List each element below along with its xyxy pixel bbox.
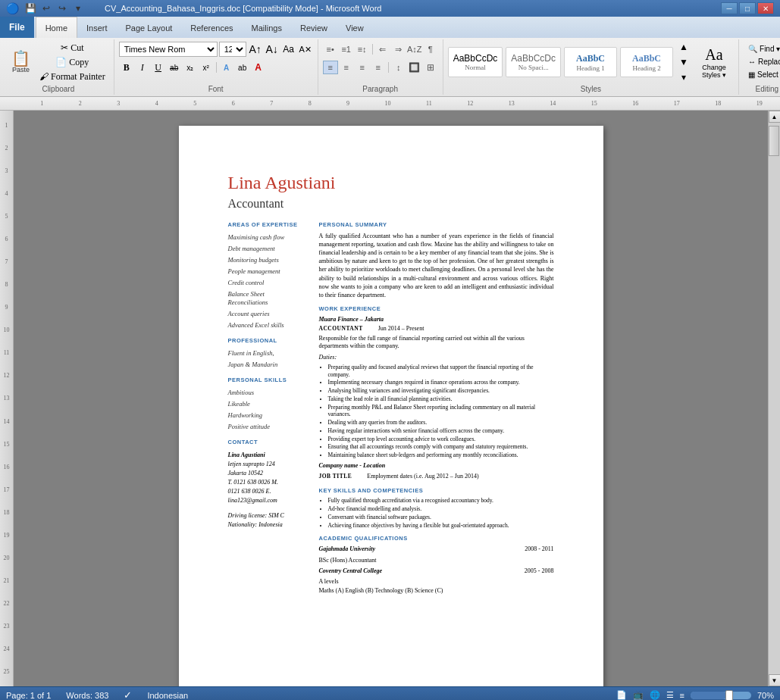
change-case-btn[interactable]: Aa	[281, 42, 296, 56]
page-layout-tab[interactable]: Page Layout	[117, 18, 182, 38]
font-color-btn[interactable]: A	[251, 61, 266, 74]
font-face-select[interactable]: Times New Rom	[119, 42, 218, 57]
close-btn[interactable]: ✕	[757, 2, 774, 14]
align-center-btn[interactable]: ≡	[339, 61, 354, 74]
view-full-btn[interactable]: 📺	[633, 690, 644, 700]
review-tab[interactable]: Review	[291, 18, 337, 38]
main-area: 1234567891011121314151617181920212223242…	[0, 111, 780, 686]
minimize-btn[interactable]: ─	[721, 2, 738, 14]
view-outline-btn[interactable]: ☰	[666, 690, 674, 700]
doc-left-column: AREAS OF EXPERTISE Maximising cash flow …	[228, 221, 304, 595]
change-styles-btn[interactable]: Aa ChangeStyles ▾	[694, 44, 734, 81]
academic-header: ACADEMIC QUALIFICATIONS	[319, 535, 554, 542]
style-heading1[interactable]: AaBbC Heading 1	[564, 47, 617, 77]
justify-btn[interactable]: ≡	[371, 61, 386, 74]
text-effects-btn[interactable]: A	[219, 61, 234, 74]
style-heading2[interactable]: AaBbC Heading 2	[620, 47, 673, 77]
copy-btn[interactable]: 📄 Copy	[36, 55, 109, 69]
customize-qa-btn[interactable]: ▾	[71, 2, 85, 15]
cut-btn[interactable]: ✂ Cut	[36, 41, 109, 55]
file-tab[interactable]: File	[0, 17, 34, 38]
contact-extra: Driving license: SIM C Nationality: Indo…	[228, 511, 304, 530]
maximize-btn[interactable]: □	[739, 2, 756, 14]
replace-btn[interactable]: ↔ Replace	[745, 55, 780, 67]
sort-btn[interactable]: A↕Z	[407, 42, 422, 56]
title-bar-controls: ─ □ ✕	[721, 2, 774, 14]
align-right-btn[interactable]: ≡	[355, 61, 370, 74]
view-tab[interactable]: View	[337, 18, 373, 38]
scroll-down-btn[interactable]: ▼	[769, 674, 781, 686]
style-nospace[interactable]: AaBbCcDc No Spaci...	[506, 47, 561, 77]
align-left-btn[interactable]: ≡	[323, 61, 338, 74]
zoom-slider[interactable]	[691, 692, 751, 699]
find-label: Find ▾	[760, 45, 780, 53]
undo-qa-btn[interactable]: ↩	[39, 2, 53, 15]
word-document[interactable]: Lina Agustiani Accountant AREAS OF EXPER…	[179, 126, 603, 686]
subscript-btn[interactable]: x₂	[183, 61, 198, 74]
right-scrollbar[interactable]: ▲ ▼	[768, 111, 780, 686]
bullets-btn[interactable]: ≡•	[323, 42, 338, 56]
spell-check-icon[interactable]: ✓	[124, 689, 132, 700]
select-btn[interactable]: ▦ Select ▾	[745, 68, 780, 80]
title-bar: 🔵 💾 ↩ ↪ ▾ CV_Accounting_Bahasa_Inggris.d…	[0, 0, 780, 17]
numbering-btn[interactable]: ≡1	[339, 42, 354, 56]
editing-label: Editing	[756, 83, 779, 93]
duty-6: Dealing with any queries from the audito…	[328, 419, 554, 427]
mailings-tab[interactable]: Mailings	[243, 18, 291, 38]
highlight-btn[interactable]: ab	[235, 61, 250, 74]
paste-btn[interactable]: 📋 Paste	[8, 42, 34, 82]
duty-7: Having regular interactions with senior …	[328, 427, 554, 435]
line-spacing-btn[interactable]: ↕	[391, 61, 406, 74]
superscript-btn[interactable]: x²	[199, 61, 214, 74]
view-web-btn[interactable]: 🌐	[650, 690, 660, 700]
clipboard-group: 📋 Paste ✂ Cut 📄 Copy 🖌 Format Painter Cl…	[3, 39, 114, 95]
underline-btn[interactable]: U	[151, 61, 166, 74]
style-normal[interactable]: AaBbCcDc Normal	[448, 47, 503, 77]
find-btn[interactable]: 🔍 Find ▾	[745, 42, 780, 55]
skill-item-3: Conversant with financial software packa…	[328, 514, 554, 521]
style-nospace-preview: AaBbCcDc	[511, 53, 556, 64]
view-print-btn[interactable]: 📄	[616, 690, 627, 700]
italic-btn[interactable]: I	[135, 61, 150, 74]
scroll-up-btn[interactable]: ▲	[769, 111, 781, 123]
expertise-7: Account queries	[228, 310, 304, 318]
references-tab[interactable]: References	[181, 18, 242, 38]
uni-degree: BSc (Hons) Accountant	[319, 557, 554, 564]
personal-summary-text: A fully qualified Accountant who has a n…	[319, 232, 554, 300]
styles-scroll-down[interactable]: ▼	[676, 55, 691, 69]
decrease-indent-btn[interactable]: ⇐	[375, 42, 390, 56]
zoom-handle[interactable]	[725, 690, 733, 701]
doc-area[interactable]: Lina Agustiani Accountant AREAS OF EXPER…	[14, 111, 768, 686]
home-tab[interactable]: Home	[36, 17, 77, 38]
styles-scroll-up[interactable]: ▲	[676, 40, 691, 54]
paragraph-label: Paragraph	[362, 83, 398, 93]
styles-content: AaBbCcDc Normal AaBbCcDc No Spaci... AaB…	[448, 41, 734, 83]
save-qa-btn[interactable]: 💾	[23, 2, 37, 15]
multilevel-btn[interactable]: ≡↕	[355, 42, 370, 56]
redo-qa-btn[interactable]: ↪	[55, 2, 69, 15]
increase-indent-btn[interactable]: ⇒	[391, 42, 406, 56]
style-h1-label: Heading 1	[576, 64, 604, 72]
borders-btn[interactable]: ⊞	[423, 61, 438, 74]
increase-font-btn[interactable]: A↑	[248, 42, 263, 56]
expertise-6: Balance SheetReconciliations	[228, 290, 304, 307]
decrease-font-btn[interactable]: A↓	[265, 42, 280, 56]
font-size-select[interactable]: 12	[219, 42, 246, 57]
shading-btn[interactable]: 🔲	[407, 61, 422, 74]
insert-tab[interactable]: Insert	[77, 18, 117, 38]
show-marks-btn[interactable]: ¶	[423, 42, 438, 56]
contact-address: letjen suprapto 124Jakarta 10542T. 0121 …	[228, 460, 304, 505]
bold-btn[interactable]: B	[119, 61, 134, 74]
title-bar-left: 🔵 💾 ↩ ↪ ▾ CV_Accounting_Bahasa_Inggris.d…	[6, 2, 381, 15]
scrollbar-thumb[interactable]	[769, 126, 779, 156]
status-right: 📄 📺 🌐 ☰ ≡ 70%	[616, 690, 774, 700]
strikethrough-btn[interactable]: ab	[167, 61, 182, 74]
editing-group: 🔍 Find ▾ ↔ Replace ▦ Select ▾ Editing	[739, 39, 780, 95]
page-info: Page: 1 of 1	[6, 691, 51, 700]
scrollbar-track[interactable]	[769, 123, 780, 674]
view-draft-btn[interactable]: ≡	[680, 691, 684, 700]
format-painter-btn[interactable]: 🖌 Format Painter	[36, 70, 109, 83]
clear-format-btn[interactable]: A✕	[298, 42, 313, 56]
format-row: B I U ab x₂ x² A ab A	[119, 59, 313, 76]
styles-more[interactable]: ▾	[676, 70, 691, 84]
